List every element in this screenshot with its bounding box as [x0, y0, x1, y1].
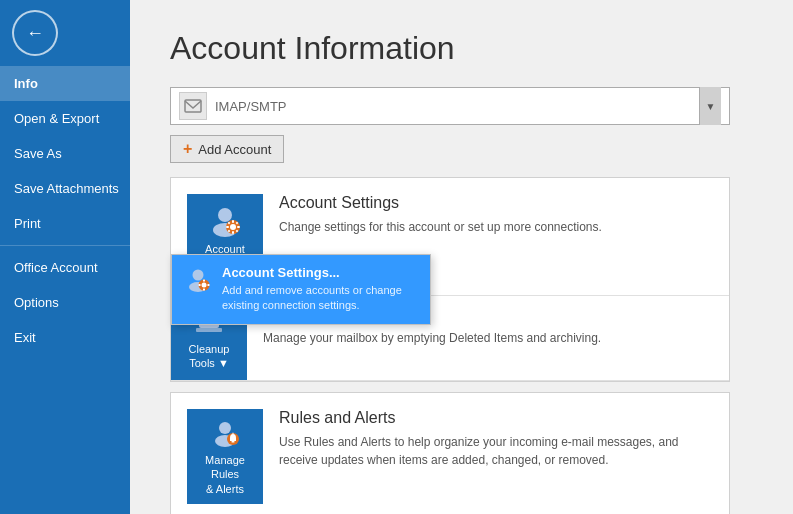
sidebar-item-label: Save Attachments [14, 181, 119, 196]
sidebar-item-label: Save As [14, 146, 62, 161]
svg-point-16 [202, 283, 207, 288]
back-icon: ← [26, 23, 44, 44]
sidebar-item-label: Options [14, 295, 59, 310]
cards-container: AccountSettings ▼ Account Settings Chang… [170, 177, 730, 382]
sidebar-item-options[interactable]: Options [0, 285, 130, 320]
rules-alerts-button[interactable]: Manage Rules& Alerts [187, 409, 263, 504]
menu-item-icon [184, 265, 212, 293]
rules-icon [209, 417, 241, 449]
sidebar-item-info[interactable]: Info [0, 66, 130, 101]
svg-point-1 [218, 208, 232, 222]
account-svg-icon [183, 96, 203, 116]
svg-point-4 [230, 224, 236, 230]
svg-rect-0 [185, 100, 201, 112]
svg-rect-17 [203, 280, 205, 282]
sidebar-item-label: Office Account [14, 260, 98, 275]
cleanup-desc: Manage your mailbox by emptying Deleted … [263, 329, 601, 347]
account-selector: IMAP/SMTP ▼ [170, 87, 753, 125]
menu-item-svg-icon [184, 265, 212, 293]
sidebar-item-print[interactable]: Print [0, 206, 130, 241]
svg-rect-19 [199, 284, 201, 286]
account-type-label: IMAP/SMTP [215, 99, 699, 114]
sidebar-item-exit[interactable]: Exit [0, 320, 130, 355]
svg-rect-18 [203, 289, 205, 291]
menu-item-desc: Add and remove accounts or change existi… [222, 283, 418, 314]
svg-rect-8 [237, 226, 240, 228]
menu-item-title: Account Settings... [222, 265, 418, 280]
sidebar-item-label: Exit [14, 330, 36, 345]
svg-rect-20 [208, 284, 210, 286]
account-settings-menu-item[interactable]: Account Settings... Add and remove accou… [172, 255, 430, 324]
account-icon [179, 92, 207, 120]
sidebar-item-open-export[interactable]: Open & Export [0, 101, 130, 136]
menu-item-text: Account Settings... Add and remove accou… [222, 265, 418, 314]
rules-alerts-card: Manage Rules& Alerts Rules and Alerts Us… [170, 392, 730, 514]
add-account-button[interactable]: + Add Account [170, 135, 284, 163]
rules-btn-label: Manage Rules& Alerts [191, 453, 259, 496]
svg-rect-6 [232, 231, 234, 234]
sidebar-item-label: Print [14, 216, 41, 231]
svg-point-13 [193, 270, 204, 281]
cleanup-btn-label: CleanupTools ▼ [189, 342, 230, 371]
account-settings-icon [207, 202, 243, 238]
svg-rect-23 [196, 328, 222, 332]
sidebar-divider [0, 245, 130, 246]
sidebar-item-label: Open & Export [14, 111, 99, 126]
back-button[interactable]: ← [12, 10, 58, 56]
sidebar-item-office-account[interactable]: Office Account [0, 250, 130, 285]
add-account-label: Add Account [198, 142, 271, 157]
rules-alerts-card-content: Rules and Alerts Use Rules and Alerts to… [263, 409, 713, 469]
account-dropdown[interactable]: IMAP/SMTP ▼ [170, 87, 730, 125]
account-settings-card-title: Account Settings [279, 194, 697, 212]
account-settings-dropdown: Account Settings... Add and remove accou… [171, 254, 431, 325]
account-settings-card-desc: Change settings for this account or set … [279, 218, 697, 236]
svg-rect-5 [232, 220, 234, 223]
svg-point-24 [219, 422, 231, 434]
plus-icon: + [183, 141, 192, 157]
sidebar-item-label: Info [14, 76, 38, 91]
svg-rect-7 [226, 226, 229, 228]
dropdown-arrow-btn[interactable]: ▼ [699, 87, 721, 125]
account-settings-card: AccountSettings ▼ Account Settings Chang… [171, 178, 729, 296]
sidebar-item-save-attachments[interactable]: Save Attachments [0, 171, 130, 206]
sidebar: ← Info Open & Export Save As Save Attach… [0, 0, 130, 514]
page-title: Account Information [170, 30, 753, 67]
main-content: Account Information IMAP/SMTP ▼ + Add Ac… [130, 0, 793, 514]
svg-rect-28 [233, 433, 234, 435]
dropdown-arrow-icon: ▼ [706, 101, 716, 112]
account-settings-card-content: Account Settings Change settings for thi… [263, 194, 713, 236]
rules-alerts-card-desc: Use Rules and Alerts to help organize yo… [279, 433, 697, 469]
rules-alerts-card-title: Rules and Alerts [279, 409, 697, 427]
svg-rect-27 [232, 441, 235, 443]
sidebar-item-save-as[interactable]: Save As [0, 136, 130, 171]
